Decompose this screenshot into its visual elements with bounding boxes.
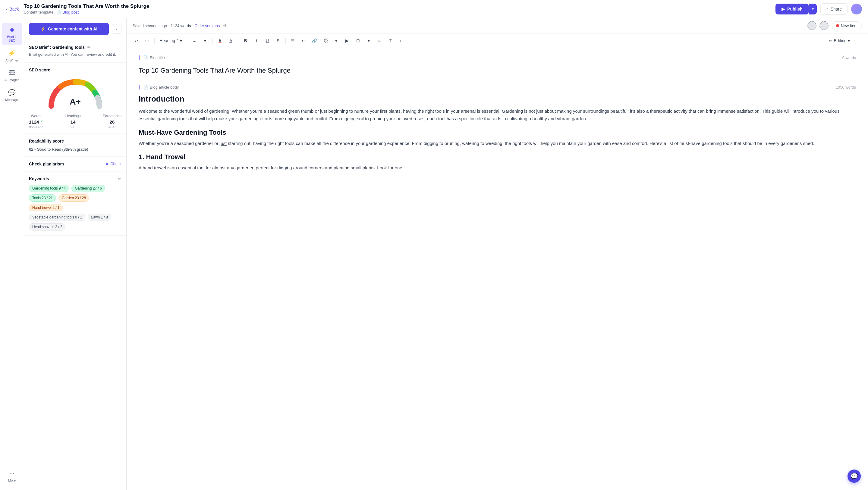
brief-seo-label: Brief + SEO (4, 35, 20, 42)
message-label: Message (5, 98, 19, 101)
underline-just-2: just (536, 109, 543, 114)
image-dropdown-button[interactable]: ▾ (332, 36, 341, 45)
align-left-button[interactable]: ≡ (190, 36, 199, 45)
body-paragraph-2[interactable]: A hand trowel is an essential tool for a… (138, 164, 856, 172)
more-options-button[interactable]: ⋯ (854, 36, 863, 45)
table-dropdown-button[interactable]: ▾ (364, 36, 374, 45)
sidebar-item-ai-images[interactable]: 🖼 AI Images (2, 66, 22, 85)
blog-title-text[interactable]: Top 10 Gardening Tools That Are Worth th… (138, 64, 856, 78)
clear-format-button[interactable]: ⊤ (386, 36, 396, 45)
collab-avatar-1: + (807, 21, 816, 30)
back-label: Back (9, 7, 19, 11)
underline-just: just (320, 109, 327, 114)
message-icon: 💬 (8, 89, 16, 96)
keyword-tag: Tools 23 / 21 (29, 194, 56, 202)
list-bullet-button[interactable]: ☰ (288, 36, 298, 45)
sidebar-item-more[interactable]: ··· More (2, 467, 22, 485)
ai-writer-label: AI Writer (5, 58, 19, 62)
edit-icon[interactable]: ✏ (87, 45, 91, 50)
stat-headings-range: 8-12 (65, 125, 81, 129)
list-ordered-button[interactable]: ≔ (299, 36, 309, 45)
page-title: Top 10 Gardening Tools That Are Worth th… (24, 3, 775, 9)
seo-stats: Words 1124 ✓ 955-1432 Headings 14 8-12 P… (29, 114, 121, 129)
body-paragraph-1[interactable]: Whether you're a seasoned gardener or ju… (138, 140, 856, 147)
blog-title-label: 📄 Blog title (143, 56, 165, 60)
back-chevron-icon: ‹ (6, 6, 7, 12)
image-button[interactable]: 🖼 (321, 36, 330, 45)
back-button[interactable]: ‹ Back (6, 6, 19, 12)
plagiarism-section: Check plagiarism ◆ Check (24, 157, 126, 172)
text-color-button[interactable]: A (215, 36, 225, 45)
template-badge[interactable]: 📄 Blog post (56, 10, 79, 14)
must-have-heading[interactable]: Must-Have Gardening Tools (138, 129, 856, 136)
link-button[interactable]: 🔗 (310, 36, 319, 45)
seo-score-title: SEO score (29, 67, 121, 72)
editor-content[interactable]: 📄 Blog title 9 words Top 10 Gardening To… (127, 48, 868, 490)
new-item-dot (836, 24, 839, 27)
topbar-right: + New Item (807, 21, 862, 30)
check-plagiarism-button[interactable]: ◆ Check (105, 161, 121, 166)
seo-grade-label: A+ (70, 97, 81, 107)
generate-content-button[interactable]: ⚡ Generate content with AI (29, 23, 109, 35)
share-label: Share (831, 7, 842, 11)
check-diamond-icon: ◆ (105, 161, 108, 166)
bold-button[interactable]: B (241, 36, 250, 45)
italic-button[interactable]: I (252, 36, 261, 45)
editor-toolbar: ↩ ↪ Heading 2 ▾ ≡ ▾ A A B I U S ☰ ≔ 🔗 🖼 (127, 33, 868, 48)
template-icon: 📄 (56, 10, 61, 14)
saved-text: Saved seconds ago (133, 24, 167, 28)
heading-select-label: Heading 2 (159, 38, 179, 43)
editor-area: Saved seconds ago 1124 words Older versi… (127, 18, 868, 490)
doc-icon: 📄 (143, 56, 148, 60)
check-label: Check (110, 161, 121, 166)
stat-headings: Headings 14 8-12 (65, 114, 81, 129)
share-button[interactable]: ↑ Share (820, 3, 847, 15)
emoji-button[interactable]: ☺ (375, 36, 384, 45)
editing-label: Editing (834, 38, 846, 43)
keyword-tag: Vegetable gardening tools 0 / 1 (29, 214, 85, 221)
doc-icon-2: 📄 (143, 85, 148, 90)
readability-section: Readability score 62 - Good to Read (8th… (24, 134, 126, 157)
intro-paragraph[interactable]: Welcome to the wonderful world of garden… (138, 107, 856, 123)
keyword-tag: Lawn 1 / 8 (88, 214, 111, 221)
publish-dropdown-button[interactable]: ▾ (809, 4, 817, 14)
format-button-2[interactable]: ⊏ (397, 36, 406, 45)
redo-button[interactable]: ↪ (142, 36, 152, 45)
chat-bubble-button[interactable]: 💬 (847, 469, 861, 483)
keywords-edit-icon[interactable]: ✏ (118, 176, 121, 181)
sidebar-item-brief-seo[interactable]: ◈ Brief + SEO (2, 23, 22, 45)
new-item-button[interactable]: New Item (832, 21, 862, 30)
keywords-header: Keywords ✏ (29, 176, 121, 181)
hand-trowel-heading[interactable]: 1. Hand Trowel (138, 153, 856, 161)
sidebar-item-message[interactable]: 💬 Message (2, 86, 22, 104)
older-versions-link[interactable]: Older versions (194, 24, 220, 28)
sidebar-item-ai-writer[interactable]: ⚡ AI Writer (2, 47, 22, 65)
more-icon: ··· (9, 470, 14, 477)
table-button[interactable]: ⊞ (353, 36, 363, 45)
align-dropdown-button[interactable]: ▾ (200, 36, 210, 45)
user-avatar[interactable] (851, 4, 862, 14)
editor-topbar: Saved seconds ago 1124 words Older versi… (127, 18, 868, 33)
publish-chevron-icon: ▾ (812, 7, 814, 11)
pencil-icon: ✏ (829, 38, 832, 43)
plagiarism-title: Check plagiarism (29, 161, 64, 166)
stat-words-value: 1124 ✓ (29, 119, 43, 124)
publish-play-icon: ▶ (781, 7, 785, 11)
editing-mode-button[interactable]: ✏ Editing ▾ (827, 37, 852, 44)
readability-score: 62 - Good to Read (8th-9th grade) (29, 147, 121, 152)
heading-select[interactable]: Heading 2 ▾ (157, 37, 184, 44)
toolbar-separator-1 (154, 38, 155, 44)
play-button[interactable]: ▶ (342, 36, 352, 45)
intro-heading[interactable]: Introduction (138, 94, 856, 104)
highlight-button[interactable]: A (226, 36, 236, 45)
keyword-tag: Garden 23 / 28 (59, 194, 89, 202)
undo-button[interactable]: ↩ (131, 36, 141, 45)
eye-icon[interactable]: 👁 (223, 24, 227, 28)
collab-add-icon: + (811, 23, 813, 28)
publish-button[interactable]: ▶ Publish (775, 4, 809, 14)
underline-button[interactable]: U (262, 36, 272, 45)
strikethrough-button[interactable]: S (273, 36, 283, 45)
section-label-row-body: 📄 Blog article body 1050 words (138, 85, 856, 90)
keywords-grid: Gardening tools 9 / 4 Gardening 27 / 6 T… (29, 185, 121, 231)
panel-collapse-button[interactable]: ‹ (112, 24, 121, 34)
